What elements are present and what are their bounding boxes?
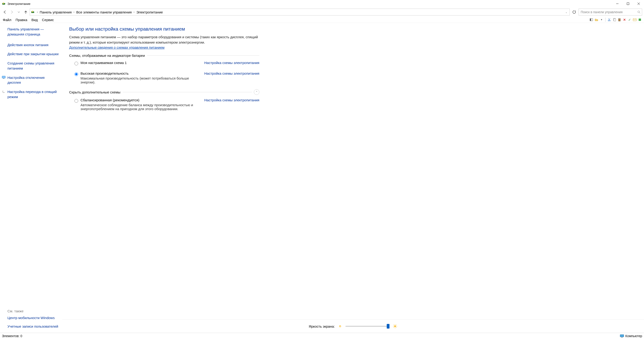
up-button[interactable] xyxy=(23,9,29,15)
svg-point-28 xyxy=(394,325,396,327)
plan-name[interactable]: Моя настраиваемая схема 1 xyxy=(80,61,201,65)
brightness-slider[interactable] xyxy=(346,326,390,327)
address-dropdown[interactable]: ⌄ xyxy=(564,11,568,13)
address-bar[interactable]: › Панель управления › Все элементы панел… xyxy=(30,8,570,15)
chevron-right-icon[interactable]: › xyxy=(72,10,76,14)
slider-thumb[interactable] xyxy=(387,324,390,329)
status-location: Компьютер xyxy=(626,334,642,338)
breadcrumb-item[interactable]: Все элементы панели управления xyxy=(76,10,132,14)
hide-additional-plans-header[interactable]: Скрыть дополнительные схемы ⌃ xyxy=(69,89,259,95)
svg-line-36 xyxy=(394,328,394,328)
paste-icon[interactable] xyxy=(618,18,621,21)
brightness-label: Яркость экрана: xyxy=(309,325,335,328)
sidebar-home-link[interactable]: Панель управления — домашняя страница xyxy=(8,27,59,37)
search-input[interactable] xyxy=(580,10,637,14)
minimize-button[interactable] xyxy=(612,0,623,7)
search-box[interactable] xyxy=(578,8,642,15)
close-button[interactable] xyxy=(633,0,644,7)
svg-line-35 xyxy=(396,325,397,325)
sidebar-link-create-plan[interactable]: Создание схемы управления питанием xyxy=(8,61,59,71)
plans-on-battery-header: Схемы, отображаемые на индикаторе батаре… xyxy=(69,53,259,57)
svg-point-25 xyxy=(3,90,5,92)
plan-radio-high-performance[interactable] xyxy=(74,72,78,76)
breadcrumb-item[interactable]: Панель управления xyxy=(40,10,72,14)
svg-rect-37 xyxy=(620,335,624,337)
plan-name[interactable]: Высокая производительность xyxy=(80,71,201,75)
back-button[interactable] xyxy=(2,9,8,15)
battery-icon xyxy=(31,10,35,14)
menu-view[interactable]: Вид xyxy=(30,17,40,22)
svg-point-27 xyxy=(340,326,340,327)
breadcrumb-item[interactable]: Электропитание xyxy=(136,10,163,14)
computer-icon xyxy=(620,334,624,338)
moon-icon xyxy=(2,90,6,93)
svg-rect-3 xyxy=(627,3,629,5)
svg-point-8 xyxy=(638,11,640,13)
plan-row-balanced: Сбалансированная (рекомендуется) Автомат… xyxy=(73,97,259,112)
svg-rect-38 xyxy=(621,337,623,338)
svg-point-13 xyxy=(610,20,610,21)
svg-line-9 xyxy=(639,12,640,13)
learn-more-link[interactable]: Дополнительные сведения о схемах управле… xyxy=(69,45,164,49)
cut-icon[interactable] xyxy=(607,18,611,21)
refresh-button[interactable] xyxy=(571,8,578,15)
sidebar-link-user-accounts[interactable]: Учетные записи пользователей xyxy=(8,324,59,329)
svg-rect-7 xyxy=(34,12,34,12)
sidebar-link-lid-action[interactable]: Действие при закрытии крышки xyxy=(8,51,59,56)
panel-toggle-icon[interactable] xyxy=(590,18,593,21)
delete-icon[interactable]: ✕ xyxy=(623,18,626,21)
collapse-toggle-icon[interactable]: ⌃ xyxy=(254,89,259,95)
toolbar: ▼ ✕ ✓ xyxy=(590,18,643,22)
svg-rect-21 xyxy=(639,18,641,21)
brightness-bar: Яркость экрана: xyxy=(62,320,644,333)
svg-rect-11 xyxy=(590,18,591,21)
see-also-header: См. также xyxy=(8,309,59,313)
page-description: Схема управления питанием — это набор па… xyxy=(69,34,259,45)
plan-row-high-performance: Высокая производительность Максимальная … xyxy=(73,70,259,85)
plan-radio-balanced[interactable] xyxy=(74,99,78,103)
plan-description: Автоматическое соблюдение баланса между … xyxy=(80,103,201,111)
menu-edit[interactable]: Правка xyxy=(14,17,29,22)
brightness-low-icon xyxy=(338,324,342,328)
window-title: Электропитание xyxy=(8,2,30,5)
brightness-high-icon xyxy=(393,324,398,329)
plan-radio-custom1[interactable] xyxy=(74,62,78,65)
status-bar: Элементов: 0 Компьютер xyxy=(0,333,644,339)
forward-button[interactable] xyxy=(9,9,15,15)
menu-tools[interactable]: Сервис xyxy=(40,17,56,22)
svg-rect-1 xyxy=(5,3,5,4)
copy-icon[interactable] xyxy=(612,18,616,21)
recent-dropdown[interactable] xyxy=(16,9,22,15)
check-icon[interactable]: ✓ xyxy=(628,18,632,21)
svg-rect-19 xyxy=(619,18,620,19)
menu-bar: Файл Правка Вид Сервис ▼ ✕ ✓ xyxy=(0,17,644,23)
search-icon xyxy=(637,10,640,14)
svg-rect-17 xyxy=(614,19,616,21)
status-item-count: Элементов: 0 xyxy=(2,334,22,338)
title-bar: Электропитание xyxy=(0,0,644,7)
plan-name[interactable]: Сбалансированная (рекомендуется) xyxy=(80,98,201,102)
chevron-down-icon[interactable]: ▼ xyxy=(600,18,604,21)
maximize-button[interactable] xyxy=(623,0,633,7)
plan-settings-link[interactable]: Настройка схемы электропитания xyxy=(204,71,259,75)
folder-icon[interactable] xyxy=(594,18,598,21)
sidebar-link-power-buttons[interactable]: Действия кнопок питания xyxy=(8,42,59,47)
svg-line-33 xyxy=(394,325,394,325)
monitor-icon xyxy=(2,76,6,79)
content-area: Выбор или настройка схемы управления пит… xyxy=(62,23,644,333)
mail-icon[interactable] xyxy=(633,18,636,21)
sidebar-link-mobility-center[interactable]: Центр мобильности Windows xyxy=(8,315,59,321)
plan-row-custom1: Моя настраиваемая схема 1 Настройка схем… xyxy=(73,60,259,66)
puzzle-icon[interactable] xyxy=(638,18,642,21)
svg-point-12 xyxy=(608,20,609,21)
svg-rect-23 xyxy=(3,78,4,79)
chevron-right-icon[interactable]: › xyxy=(133,10,136,14)
plan-settings-link[interactable]: Настройка схемы электропитания xyxy=(204,98,259,102)
menu-file[interactable]: Файл xyxy=(1,17,13,22)
plan-description: Максимальная производительность (может п… xyxy=(80,76,201,84)
sidebar-link-display-off[interactable]: Настройка отключения дисплея xyxy=(8,75,59,85)
svg-rect-22 xyxy=(2,76,5,78)
chevron-right-icon[interactable]: › xyxy=(36,10,39,14)
sidebar-link-sleep[interactable]: Настройка перехода в спящий режим xyxy=(8,89,59,99)
plan-settings-link[interactable]: Настройка схемы электропитания xyxy=(204,61,259,65)
